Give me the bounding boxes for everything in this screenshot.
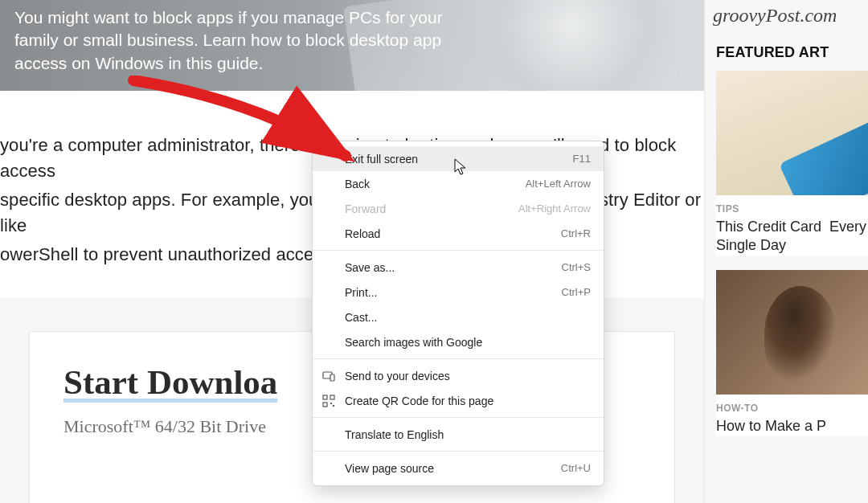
menu-label: Translate to English <box>345 428 591 441</box>
sidebar-thumb-barista <box>716 270 868 395</box>
menu-shortcut: Ctrl+S <box>562 261 591 273</box>
menu-item-translate[interactable]: Translate to English <box>313 422 604 447</box>
menu-item-view-source[interactable]: View page source Ctrl+U <box>313 456 604 481</box>
menu-label: Save as... <box>345 261 562 274</box>
svg-rect-1 <box>330 374 334 381</box>
sidebar-title[interactable]: How to Make a P <box>716 417 868 436</box>
sidebar: groovyPost.com FEATURED ART TIPS This Cr… <box>704 0 868 503</box>
svg-rect-6 <box>333 405 334 407</box>
menu-label: Back <box>345 178 526 190</box>
menu-item-search-images[interactable]: Search images with Google <box>313 329 604 354</box>
site-brand[interactable]: groovyPost.com <box>705 0 868 27</box>
sidebar-thumb-credit-card <box>716 71 868 195</box>
menu-shortcut: Ctrl+P <box>562 286 591 298</box>
menu-label: Forward <box>345 202 518 215</box>
menu-separator <box>313 358 604 359</box>
menu-item-qr-code[interactable]: Create QR Code for this page <box>313 388 604 413</box>
menu-label: Create QR Code for this page <box>345 395 591 407</box>
svg-rect-4 <box>323 403 327 407</box>
menu-item-cast[interactable]: Cast... <box>313 305 604 329</box>
menu-shortcut: Ctrl+R <box>561 227 591 239</box>
svg-rect-3 <box>330 395 334 399</box>
menu-item-print[interactable]: Print... Ctrl+P <box>313 280 604 305</box>
menu-item-reload[interactable]: Reload Ctrl+R <box>313 221 604 246</box>
sidebar-card[interactable]: TIPS This Credit Card Every Single Day <box>716 71 868 256</box>
sidebar-category: TIPS <box>716 203 868 215</box>
menu-label: Reload <box>345 227 561 240</box>
svg-rect-2 <box>323 395 327 399</box>
qr-icon <box>322 395 335 407</box>
menu-label: Print... <box>345 286 562 299</box>
menu-item-save-as[interactable]: Save as... Ctrl+S <box>313 255 604 280</box>
menu-item-send-devices[interactable]: Send to your devices <box>313 363 604 388</box>
menu-label: Search images with Google <box>345 336 591 349</box>
context-menu: Exit full screen F11 Back Alt+Left Arrow… <box>312 141 604 486</box>
sidebar-heading: FEATURED ART <box>705 27 868 71</box>
menu-separator <box>313 250 604 251</box>
svg-rect-5 <box>330 403 332 404</box>
menu-shortcut: F11 <box>573 153 591 165</box>
menu-separator <box>313 451 604 452</box>
hero-banner: You might want to block apps if you mana… <box>0 0 704 91</box>
menu-label: Cast... <box>345 311 591 324</box>
menu-label: View page source <box>345 462 561 475</box>
cursor-icon <box>454 158 469 178</box>
sidebar-category: HOW-TO <box>716 403 868 414</box>
sidebar-card[interactable]: HOW-TO How to Make a P <box>716 270 868 436</box>
menu-shortcut: Alt+Left Arrow <box>526 178 591 190</box>
devices-icon <box>322 370 335 382</box>
menu-item-forward: Forward Alt+Right Arrow <box>313 196 604 221</box>
hero-text: You might want to block apps if you mana… <box>14 6 465 75</box>
sidebar-title[interactable]: This Credit Card Every Single Day <box>716 218 868 256</box>
menu-shortcut: Ctrl+U <box>561 462 591 474</box>
menu-label: Send to your devices <box>345 370 591 382</box>
menu-separator <box>313 417 604 418</box>
menu-shortcut: Alt+Right Arrow <box>518 202 591 215</box>
